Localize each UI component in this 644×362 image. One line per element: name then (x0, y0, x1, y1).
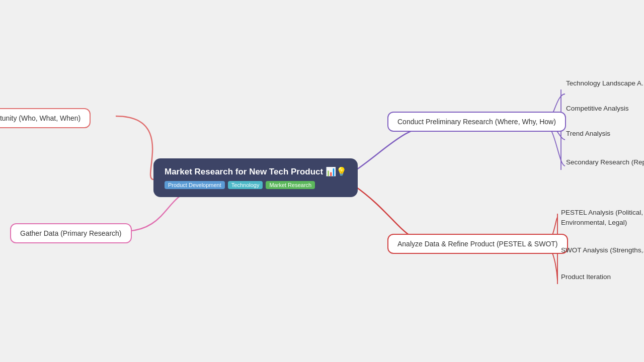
tag-market-research[interactable]: Market Research (266, 181, 315, 189)
analyze-node[interactable]: Analyze Data & Refine Product (PESTEL & … (387, 234, 568, 254)
subnode-technology-landscape[interactable]: Technology Landscape A... (566, 79, 644, 87)
subnode-swot[interactable]: SWOT Analysis (Strengths,... (561, 246, 644, 254)
subnode-secondary-research[interactable]: Secondary Research (Rep... (566, 158, 644, 166)
central-node[interactable]: Market Research for New Tech Product 📊💡 … (153, 158, 358, 197)
subnode-competitive-analysis[interactable]: Competitive Analysis (566, 105, 629, 112)
problem-label: Problem/Opportunity (Who, What, When) (0, 114, 80, 122)
tag-product-development[interactable]: Product Development (165, 181, 225, 189)
gather-node[interactable]: Gather Data (Primary Research) (10, 223, 132, 243)
subnode-pestel-2[interactable]: Environmental, Legal) (561, 219, 627, 226)
subnode-product-iteration[interactable]: Product Iteration (561, 273, 611, 281)
problem-node[interactable]: Problem/Opportunity (Who, What, When) (0, 108, 91, 128)
preliminary-label: Conduct Preliminary Research (Where, Why… (397, 118, 556, 126)
central-tags: Product Development Technology Market Re… (165, 181, 347, 189)
analyze-label: Analyze Data & Refine Product (PESTEL & … (397, 240, 558, 248)
subnode-pestel-1[interactable]: PESTEL Analysis (Political, (561, 209, 643, 216)
tag-technology[interactable]: Technology (228, 181, 263, 189)
gather-label: Gather Data (Primary Research) (20, 229, 122, 237)
subnode-trend-analysis[interactable]: Trend Analysis (566, 130, 610, 137)
preliminary-node[interactable]: Conduct Preliminary Research (Where, Why… (387, 112, 566, 132)
central-title: Market Research for New Tech Product 📊💡 (165, 166, 347, 177)
